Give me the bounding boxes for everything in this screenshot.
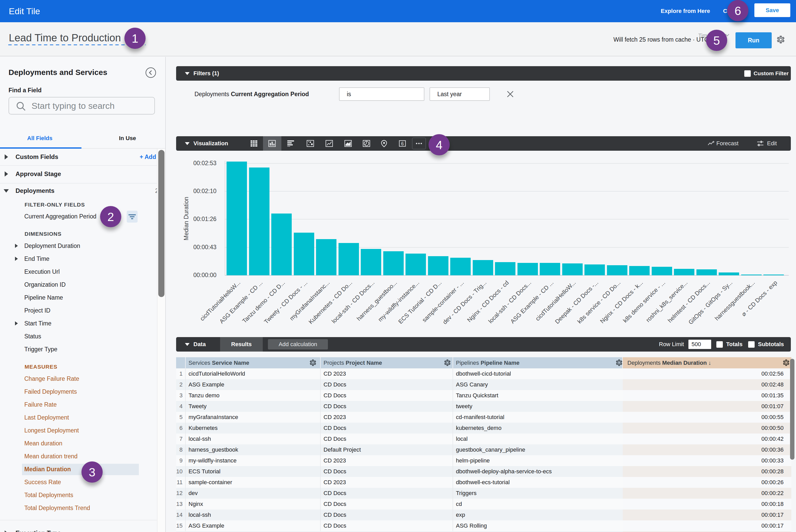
svg-text:6: 6 <box>401 141 404 146</box>
